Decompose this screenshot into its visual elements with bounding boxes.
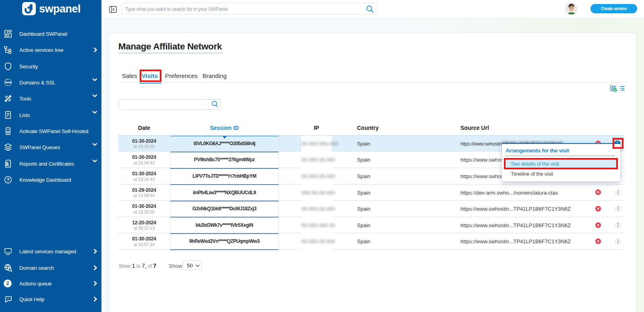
svg-text:2: 2 (6, 281, 9, 286)
svg-text:?: ? (6, 177, 9, 182)
svg-text:www: www (5, 81, 12, 84)
